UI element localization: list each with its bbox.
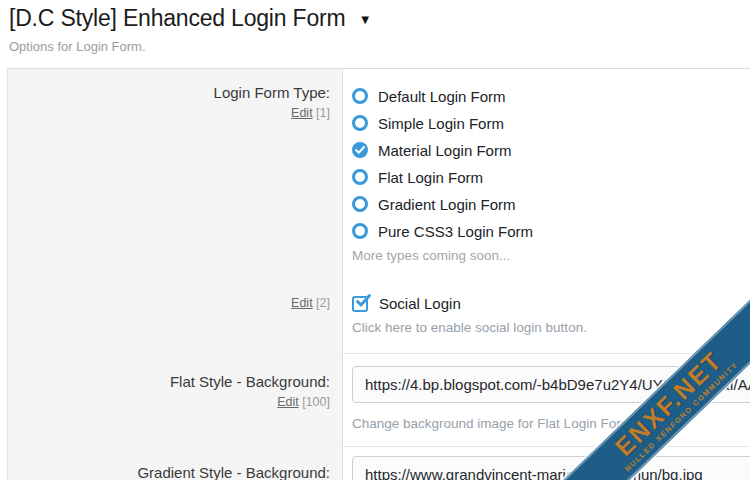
radio-option-simple[interactable]: Simple Login Form [352,115,533,131]
more-types-note: More types coming soon... [352,248,510,263]
edit-link-2[interactable]: Edit [291,296,313,310]
radio-icon [352,169,368,185]
social-login-label: Social Login [379,295,461,312]
radio-option-purecss3[interactable]: Pure CSS3 Login Form [352,223,533,239]
login-form-type-label: Login Form Type: [214,84,330,101]
radio-option-default[interactable]: Default Login Form [352,88,533,104]
edit-link-1[interactable]: Edit [291,106,313,120]
flat-background-note: Change background image for Flat Login F… [352,416,632,431]
checkbox-checked-icon [352,296,368,312]
social-login-note: Click here to enable social login button… [352,320,587,335]
radio-option-label: Gradient Login Form [378,196,516,213]
radio-checked-icon [352,142,368,158]
edit-ref-100: [100] [302,395,330,409]
gradient-background-input[interactable] [352,456,750,480]
row-divider [343,353,750,354]
radio-option-material[interactable]: Material Login Form [352,142,533,158]
label-column: Login Form Type: Edit [1] Edit [2] Flat … [8,69,342,480]
radio-icon [352,196,368,212]
radio-icon [352,223,368,239]
edit-link-100[interactable]: Edit [277,395,299,409]
social-login-edit-line: Edit [2] [291,296,330,310]
radio-icon [352,88,368,104]
radio-option-label: Material Login Form [378,142,511,159]
flat-background-edit-line: Edit [100] [277,395,330,409]
social-login-checkbox-row[interactable]: Social Login [352,295,461,312]
radio-option-label: Flat Login Form [378,169,483,186]
row-divider [343,446,750,447]
radio-option-label: Pure CSS3 Login Form [378,223,533,240]
edit-ref-2: [2] [316,296,330,310]
radio-option-label: Default Login Form [378,88,506,105]
radio-icon [352,115,368,131]
login-form-type-edit-line: Edit [1] [291,106,330,120]
login-form-type-radio-group: Default Login Form Simple Login Form Mat… [352,88,533,239]
chevron-down-icon: ▼ [359,12,372,27]
radio-option-flat[interactable]: Flat Login Form [352,169,533,185]
flat-background-label: Flat Style - Background: [170,373,330,390]
radio-option-label: Simple Login Form [378,115,504,132]
gradient-background-label: Gradient Style - Background: [137,464,330,480]
page-title: [D.C Style] Enhanced Login Form [9,5,345,31]
section-title-dropdown[interactable]: [D.C Style] Enhanced Login Form ▼ [9,5,371,32]
page-subtitle: Options for Login Form. [9,39,371,54]
radio-option-gradient[interactable]: Gradient Login Form [352,196,533,212]
edit-ref-1: [1] [316,106,330,120]
page-header: [D.C Style] Enhanced Login Form ▼ Option… [9,5,371,54]
